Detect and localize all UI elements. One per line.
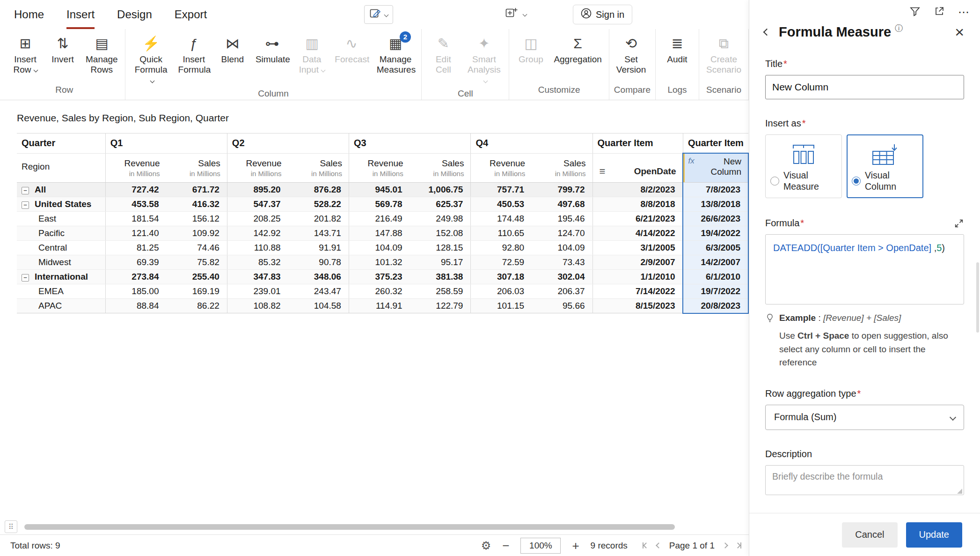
zoom-level[interactable]: 100% [520,538,561,554]
menu-export[interactable]: Export [175,0,207,29]
sales-header[interactable]: Salesin Millions [532,153,592,182]
row-label[interactable]: −United States [17,197,105,211]
open-date-cell[interactable]: 8/2/2023 [592,182,683,197]
cell[interactable]: 110.65 [471,226,532,240]
gear-icon[interactable]: ⚙ [481,539,491,552]
quarter-item-header[interactable]: Quarter Item [592,133,683,154]
sign-in-button[interactable]: Sign in [573,5,632,24]
cell[interactable]: 95.17 [410,255,471,269]
sales-header[interactable]: Salesin Millions [410,153,471,182]
cell[interactable]: 74.46 [166,240,227,255]
revenue-header[interactable]: Revenuein Millions [471,153,532,182]
cell[interactable]: 569.78 [349,197,410,211]
collapse-icon[interactable]: − [22,201,29,209]
cell[interactable]: 73.43 [532,255,592,269]
open-date-cell[interactable]: 4/14/2022 [592,226,683,240]
manage-rows-button[interactable]: ▤ManageRows [81,32,122,76]
cell[interactable]: 72.59 [471,255,532,269]
cell[interactable]: 945.01 [349,182,410,197]
cell[interactable]: 258.59 [410,284,471,298]
blend-button[interactable]: ⋈Blend [214,32,251,66]
more-options-icon[interactable]: ⋯ [958,6,970,19]
cell[interactable]: 302.04 [532,269,592,284]
cell[interactable]: 181.54 [105,211,166,226]
aggregation-select[interactable]: Formula (Sum) [765,405,964,430]
title-input[interactable] [765,75,964,99]
open-date-cell[interactable]: 3/1/2005 [592,240,683,255]
row-label[interactable]: Pacific [17,226,105,240]
cell[interactable]: 108.82 [227,298,288,313]
sales-header[interactable]: Salesin Millions [166,153,227,182]
insert-row-button[interactable]: ⊞InsertRow [7,32,44,76]
cell[interactable]: 208.25 [227,211,288,226]
new-column-cell[interactable]: 19/4/2022 [683,226,748,240]
cell[interactable]: 142.92 [227,226,288,240]
row-label[interactable]: Midwest [17,255,105,269]
audit-button[interactable]: ≣Audit [658,32,696,66]
new-column-cell[interactable]: 19/7/2022 [683,284,748,298]
cell[interactable]: 757.71 [471,182,532,197]
revenue-header[interactable]: Revenuein Millions [227,153,288,182]
cancel-button[interactable]: Cancel [842,522,897,548]
collapse-icon[interactable]: − [22,187,29,194]
cell[interactable]: 169.19 [166,284,227,298]
cell[interactable]: 799.72 [532,182,592,197]
row-label[interactable]: East [17,211,105,226]
menu-design[interactable]: Design [117,0,152,29]
edit-view-button[interactable] [364,5,393,24]
open-date-cell[interactable]: 8/8/2018 [592,197,683,211]
open-date-cell[interactable]: 1/1/2010 [592,269,683,284]
formula-editor[interactable]: DATEADD([Quarter Item > OpenDate] ,5) [765,234,964,304]
update-button[interactable]: Update [906,522,963,548]
cell[interactable]: 128.15 [410,240,471,255]
cell[interactable]: 381.38 [410,269,471,284]
revenue-header[interactable]: Revenuein Millions [349,153,410,182]
cell[interactable]: 239.01 [227,284,288,298]
cell[interactable]: 416.32 [166,197,227,211]
drag-handle[interactable]: ⠿ [5,520,17,533]
cell[interactable]: 453.58 [105,197,166,211]
cell[interactable]: 625.37 [410,197,471,211]
cell[interactable]: 124.70 [532,226,592,240]
row-label[interactable]: −International [17,269,105,284]
cell[interactable]: 201.82 [288,211,349,226]
new-column-cell[interactable]: 20/8/2023 [683,298,748,313]
cell[interactable]: 216.49 [349,211,410,226]
cell[interactable]: 895.20 [227,182,288,197]
cell[interactable]: 114.91 [349,298,410,313]
cell[interactable]: 1,006.75 [410,182,471,197]
cell[interactable]: 109.92 [166,226,227,240]
cell[interactable]: 104.58 [288,298,349,313]
cell[interactable]: 727.42 [105,182,166,197]
cell[interactable]: 497.68 [532,197,592,211]
horizontal-scrollbar[interactable] [24,524,675,530]
cell[interactable]: 86.22 [166,298,227,313]
menu-insert[interactable]: Insert [66,0,95,29]
row-label[interactable]: APAC [17,298,105,313]
cell[interactable]: 876.28 [288,182,349,197]
info-icon[interactable]: ⓘ [895,23,903,34]
insert-formula-button[interactable]: ƒInsertFormula [174,32,214,76]
cell[interactable]: 91.91 [288,240,349,255]
cell[interactable]: 92.80 [471,240,532,255]
zoom-in-button[interactable]: + [572,540,579,552]
cell[interactable]: 206.03 [471,284,532,298]
open-date-cell[interactable]: 7/14/2022 [592,284,683,298]
cell[interactable]: 273.84 [105,269,166,284]
cell[interactable]: 348.06 [288,269,349,284]
open-new-window-icon[interactable] [934,6,945,19]
quarter-item-header[interactable]: Quarter Item [683,133,748,154]
new-column-cell[interactable]: 14/2/2007 [683,255,748,269]
open-date-cell[interactable]: 6/21/2023 [592,211,683,226]
cell[interactable]: 528.22 [288,197,349,211]
cell[interactable]: 75.82 [166,255,227,269]
row-label[interactable]: Central [17,240,105,255]
filter-icon[interactable] [909,6,921,19]
cell[interactable]: 121.40 [105,226,166,240]
zoom-out-button[interactable]: − [502,540,509,552]
cell[interactable]: 185.00 [105,284,166,298]
cell[interactable]: 81.25 [105,240,166,255]
manage-measures-button[interactable]: ▦2ManageMeasures [373,32,419,76]
cell[interactable]: 152.08 [410,226,471,240]
quarter-header-q3[interactable]: Q3 [349,133,471,154]
